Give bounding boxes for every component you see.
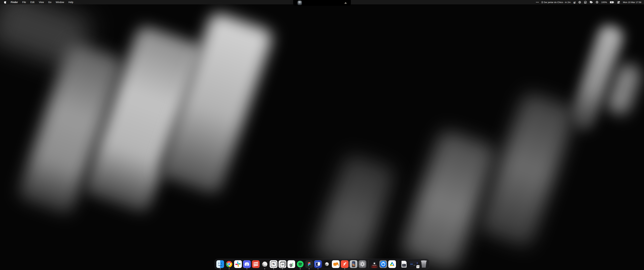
- notion-calendar-date: 10: [281, 263, 284, 266]
- gear-flower-icon[interactable]: [578, 1, 581, 4]
- battery-charging-icon[interactable]: [610, 1, 614, 3]
- dock-item-spline[interactable]: [323, 260, 331, 268]
- todoist-icon: [252, 260, 260, 268]
- figma-icon: [305, 260, 313, 268]
- mammoth-icon: [332, 260, 340, 268]
- battery-percent-label: 100%: [601, 1, 607, 4]
- discord-icon: [243, 260, 251, 268]
- dock-item-minimized-window[interactable]: 10: [409, 260, 419, 268]
- menu-item-view[interactable]: View: [39, 1, 44, 4]
- dock-item-figma[interactable]: [305, 260, 313, 268]
- granola-glyph: g: [574, 1, 575, 4]
- dock-item-blue-cards-app[interactable]: [314, 260, 322, 268]
- dock-item-iphone-mirroring[interactable]: [350, 260, 358, 268]
- iphone-mirroring-icon: [350, 260, 358, 268]
- badge-date: 10: [417, 266, 418, 268]
- slack-icon: [234, 260, 242, 268]
- notion-icon: N: [270, 260, 278, 268]
- menu-item-go[interactable]: Go: [48, 1, 52, 4]
- blue-cards-icon: [314, 260, 322, 268]
- dock-separator: [398, 260, 398, 268]
- dock-item-notion-calendar[interactable]: 10: [278, 260, 286, 268]
- superhuman-icon: [341, 260, 348, 268]
- dock-item-document-file[interactable]: [400, 260, 408, 268]
- 1password-icon: [379, 260, 387, 268]
- notion-glyph: N: [272, 262, 275, 266]
- dock-item-mammoth[interactable]: [332, 260, 340, 268]
- menu-item-window[interactable]: Window: [56, 1, 64, 4]
- system-settings-gear-icon: [358, 260, 366, 268]
- striped-sphere-icon: [261, 260, 268, 268]
- menu-item-help[interactable]: Help: [68, 1, 73, 4]
- dock-item-google-drive[interactable]: [388, 260, 396, 268]
- dock-item-superhuman[interactable]: [341, 260, 348, 268]
- dock-item-trash[interactable]: [420, 260, 428, 268]
- finder-icon: [216, 260, 224, 268]
- granola-cursor-icon: [575, 1, 576, 4]
- document-preview: [402, 264, 406, 267]
- granola-menubar-icon[interactable]: g: [574, 1, 576, 4]
- minimized-window-app-badge: 10: [416, 265, 419, 268]
- power-circle-icon[interactable]: [596, 1, 598, 4]
- spotify-icon: [297, 261, 304, 267]
- dock-item-todoist[interactable]: [252, 260, 260, 268]
- spline-cube-icon: [323, 260, 331, 268]
- wallpaper-streak: [400, 128, 498, 270]
- menu-item-file[interactable]: File: [22, 1, 26, 4]
- dock-item-1password[interactable]: [379, 260, 387, 268]
- now-playing-album-art[interactable]: [298, 1, 302, 5]
- menu-item-edit[interactable]: Edit: [30, 1, 34, 4]
- raycast-icon: raycast: [370, 260, 378, 268]
- dock-item-granola[interactable]: g: [288, 260, 295, 268]
- reminder-menubar-widget[interactable]: Dar jantar do Chico · in 2m: [542, 1, 570, 4]
- dock-item-chrome[interactable]: [225, 260, 233, 268]
- reminder-text: Dar jantar do Chico · in 2m: [544, 1, 570, 4]
- hidden-items-overflow-icon[interactable]: •••: [536, 1, 539, 4]
- reminder-flag-icon: [542, 1, 542, 3]
- trash-icon: [421, 261, 427, 268]
- raycast-label: raycast: [372, 264, 376, 266]
- dock-item-system-settings[interactable]: [358, 260, 366, 268]
- dock: N 10 g: [214, 259, 430, 269]
- google-drive-icon: [388, 260, 396, 268]
- trash-rim-inner: [421, 261, 426, 261]
- wallpaper-streak: [312, 152, 397, 270]
- granola-icon: g: [288, 260, 295, 268]
- audio-waveform-icon: [345, 2, 347, 4]
- desktop-wallpaper: [0, 0, 644, 270]
- dock-item-striped-sphere-app[interactable]: [261, 260, 268, 268]
- menubar-clock[interactable]: Mon 10 Mar 17:58: [623, 1, 641, 4]
- chrome-icon: [226, 261, 232, 267]
- display-icon[interactable]: [590, 1, 593, 4]
- notion-calendar-icon: 10: [278, 260, 286, 268]
- notch-media-island[interactable]: [293, 0, 351, 6]
- dock-item-finder[interactable]: [216, 260, 224, 268]
- menu-app-name[interactable]: Finder: [11, 1, 18, 4]
- granola-glyph: g: [290, 262, 292, 267]
- control-center-icon[interactable]: [617, 1, 620, 4]
- wallpaper-streak: [477, 91, 578, 248]
- dock-item-spotify[interactable]: [296, 260, 304, 268]
- dock-separator: [368, 260, 368, 268]
- apple-menu-icon[interactable]: [4, 1, 6, 4]
- dock-item-discord[interactable]: [243, 260, 251, 268]
- granola-cursor: [292, 263, 293, 266]
- dock-item-slack[interactable]: [234, 260, 242, 268]
- dock-item-raycast[interactable]: raycast: [370, 260, 378, 268]
- dock-item-notion[interactable]: N: [270, 260, 278, 268]
- screenshot-tool-icon[interactable]: [584, 1, 587, 4]
